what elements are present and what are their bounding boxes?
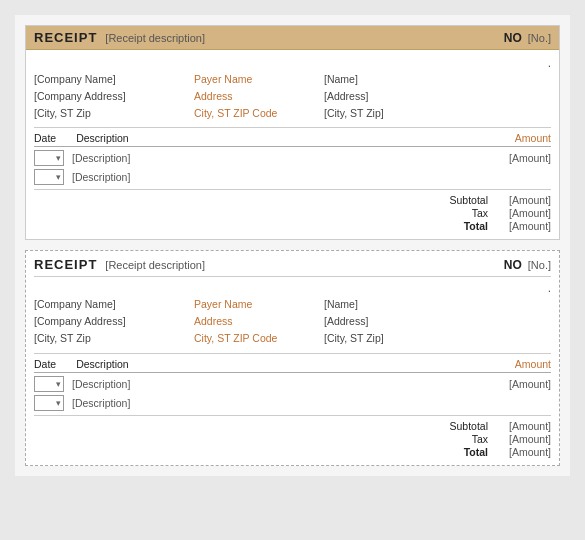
company-name-1: [Company Name]: [34, 71, 194, 88]
receipt-desc-2: [Receipt description]: [105, 259, 205, 271]
col-amount-label-2: Amount: [515, 358, 551, 370]
item-row-1-1: ▾ [Description]: [34, 169, 551, 185]
receipt2-no-area: NO [No.]: [504, 258, 551, 272]
items-section-2: Date Description Amount ▾ [Description] …: [34, 358, 551, 458]
totals-section-1: Subtotal [Amount] Tax [Amount] Total [Am…: [34, 189, 551, 232]
item-desc-1-1: [Description]: [72, 171, 491, 183]
receipt2-top-row: RECEIPT [Receipt description] NO [No.]: [34, 257, 551, 277]
receipt-desc-1: [Receipt description]: [105, 32, 205, 44]
subtotal-value-1: [Amount]: [496, 194, 551, 206]
item-row-1-0: ▾ [Description] [Amount]: [34, 150, 551, 166]
items-header-row-2: Date Description Amount: [34, 358, 551, 373]
payer-info-2: Payer Name Address City, ST ZIP Code: [194, 296, 324, 346]
payer-info-1: Payer Name Address City, ST ZIP Code: [194, 71, 324, 121]
receipt-title-1: RECEIPT: [34, 30, 97, 45]
receipt-no-label-1: NO: [504, 31, 522, 45]
items-header-row-1: Date Description Amount: [34, 132, 551, 147]
recipient-info-1: [Name] [Address] [City, ST Zip]: [324, 71, 551, 121]
page-wrapper: RECEIPT [Receipt description] NO [No.] .…: [15, 15, 570, 476]
receipt-header-right-1: NO [No.]: [504, 31, 551, 45]
total-label-2: Total: [438, 446, 488, 458]
company-city-2: [City, ST Zip: [34, 330, 194, 347]
tax-row-1: Tax [Amount]: [34, 207, 551, 219]
totals-section-2: Subtotal [Amount] Tax [Amount] Total [Am…: [34, 415, 551, 458]
receipt-no-label-2: NO: [504, 258, 522, 272]
col-desc-label-2: Description: [76, 358, 129, 370]
total-row-1: Total [Amount]: [34, 220, 551, 232]
company-info-1: [Company Name] [Company Address] [City, …: [34, 71, 194, 121]
company-info-2: [Company Name] [Company Address] [City, …: [34, 296, 194, 346]
total-label-1: Total: [438, 220, 488, 232]
recipient-info-2: [Name] [Address] [City, ST Zip]: [324, 296, 551, 346]
tax-value-2: [Amount]: [496, 433, 551, 445]
date-box-1-1[interactable]: ▾: [34, 169, 64, 185]
receipt-block-1: RECEIPT [Receipt description] NO [No.] .…: [25, 25, 560, 240]
payer-address-label-2: Address: [194, 313, 324, 330]
dot-2: .: [34, 281, 551, 295]
date-box-2-1[interactable]: ▾: [34, 395, 64, 411]
item-desc-2-0: [Description]: [72, 378, 491, 390]
company-address-1: [Company Address]: [34, 88, 194, 105]
recipient-name-2: [Name]: [324, 296, 551, 313]
receipt2-title-area: RECEIPT [Receipt description]: [34, 257, 205, 272]
payer-name-label-2: Payer Name: [194, 296, 324, 313]
recipient-city-2: [City, ST Zip]: [324, 330, 551, 347]
payer-address-label-1: Address: [194, 88, 324, 105]
receipt-header-left-1: RECEIPT [Receipt description]: [34, 30, 205, 45]
receipt-title-2: RECEIPT: [34, 257, 97, 272]
date-box-2-0[interactable]: ▾: [34, 376, 64, 392]
dot-1: .: [34, 56, 551, 70]
recipient-address-1: [Address]: [324, 88, 551, 105]
receipt-no-value-1: [No.]: [528, 32, 551, 44]
company-name-2: [Company Name]: [34, 296, 194, 313]
payer-city-label-2: City, ST ZIP Code: [194, 330, 324, 347]
col-amount-label-1: Amount: [515, 132, 551, 144]
items-section-1: Date Description Amount ▾ [Description] …: [34, 132, 551, 232]
company-address-2: [Company Address]: [34, 313, 194, 330]
recipient-city-1: [City, ST Zip]: [324, 105, 551, 122]
subtotal-label-1: Subtotal: [438, 194, 488, 206]
total-row-2: Total [Amount]: [34, 446, 551, 458]
company-payer-row-2: [Company Name] [Company Address] [City, …: [34, 296, 551, 353]
col-date-label-1: Date: [34, 132, 56, 144]
company-payer-row-1: [Company Name] [Company Address] [City, …: [34, 71, 551, 128]
tax-label-1: Tax: [438, 207, 488, 219]
subtotal-row-2: Subtotal [Amount]: [34, 420, 551, 432]
item-row-2-0: ▾ [Description] [Amount]: [34, 376, 551, 392]
payer-city-label-1: City, ST ZIP Code: [194, 105, 324, 122]
total-value-2: [Amount]: [496, 446, 551, 458]
items-header-left-2: Date Description: [34, 358, 129, 370]
tax-row-2: Tax [Amount]: [34, 433, 551, 445]
total-value-1: [Amount]: [496, 220, 551, 232]
tax-label-2: Tax: [438, 433, 488, 445]
subtotal-value-2: [Amount]: [496, 420, 551, 432]
receipt-no-value-2: [No.]: [528, 259, 551, 271]
receipt-block-2: RECEIPT [Receipt description] NO [No.] .…: [25, 250, 560, 465]
payer-name-label-1: Payer Name: [194, 71, 324, 88]
subtotal-row-1: Subtotal [Amount]: [34, 194, 551, 206]
item-desc-2-1: [Description]: [72, 397, 491, 409]
recipient-address-2: [Address]: [324, 313, 551, 330]
col-desc-label-1: Description: [76, 132, 129, 144]
items-header-left-1: Date Description: [34, 132, 129, 144]
recipient-name-1: [Name]: [324, 71, 551, 88]
receipt-body-2: RECEIPT [Receipt description] NO [No.] .…: [26, 251, 559, 464]
receipt-body-1: . [Company Name] [Company Address] [City…: [26, 50, 559, 239]
item-row-2-1: ▾ [Description]: [34, 395, 551, 411]
col-date-label-2: Date: [34, 358, 56, 370]
subtotal-label-2: Subtotal: [438, 420, 488, 432]
item-amount-2-0: [Amount]: [491, 378, 551, 390]
company-city-1: [City, ST Zip: [34, 105, 194, 122]
tax-value-1: [Amount]: [496, 207, 551, 219]
date-box-1-0[interactable]: ▾: [34, 150, 64, 166]
item-desc-1-0: [Description]: [72, 152, 491, 164]
receipt-header-1: RECEIPT [Receipt description] NO [No.]: [26, 26, 559, 50]
item-amount-1-0: [Amount]: [491, 152, 551, 164]
